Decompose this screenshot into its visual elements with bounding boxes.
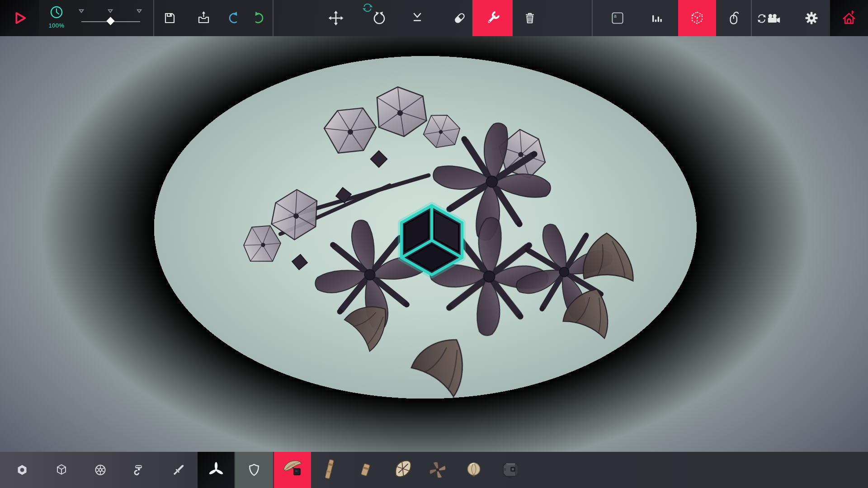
undo-button[interactable] (224, 8, 244, 28)
slider-tick (79, 7, 84, 15)
toolbar-divider (751, 0, 752, 36)
small-propeller-thumb (425, 457, 450, 483)
load-icon (195, 10, 212, 26)
snap-to-ground-button[interactable] (407, 8, 427, 28)
mouse-icon (725, 9, 742, 27)
delete-machine-button[interactable] (520, 8, 540, 28)
block-item-wing[interactable] (390, 457, 415, 483)
trash-icon (522, 10, 538, 26)
keymap-key-letter: a (614, 14, 617, 19)
speed-slider-handle[interactable] (106, 17, 114, 25)
wheel-icon (92, 462, 108, 478)
besiege-editor-screen: 100% (0, 0, 868, 488)
keymap-icon: a (609, 9, 626, 27)
statistics-button[interactable] (646, 8, 666, 28)
category-armour[interactable] (235, 452, 273, 488)
propeller-block-thumb (280, 457, 305, 483)
save-button[interactable] (160, 8, 179, 28)
move-icon (327, 9, 344, 27)
camera-mode-button[interactable] (756, 8, 785, 28)
clock-icon (47, 4, 66, 22)
nut-icon (14, 462, 30, 478)
load-button[interactable] (193, 8, 213, 28)
redo-button[interactable] (248, 8, 268, 28)
erase-tool-button[interactable] (450, 8, 470, 28)
balloon-thumb (461, 457, 486, 483)
shield-icon (245, 461, 263, 479)
redo-arrow-icon (250, 10, 266, 26)
top-toolbar: 100% (0, 0, 868, 36)
piston-icon (130, 462, 146, 478)
block-visibility-button-selected[interactable] (678, 0, 716, 36)
block-item-large-wing-panel[interactable] (316, 457, 342, 483)
translate-tool-button[interactable] (326, 8, 346, 28)
rotate-tool-button[interactable] (369, 8, 389, 28)
time-scale-value: 100% (43, 22, 70, 29)
propeller-icon (208, 461, 225, 479)
camera-block-thumb (498, 457, 523, 483)
category-weaponry[interactable] (169, 460, 189, 480)
machine-render (0, 36, 868, 452)
block-toolbar (0, 452, 868, 488)
starting-block[interactable] (401, 206, 462, 275)
category-mechanics[interactable] (128, 460, 148, 480)
undo-arrow-icon (226, 10, 242, 26)
adjust-tool-button-selected[interactable] (472, 0, 513, 36)
machine-viewport[interactable] (0, 36, 868, 452)
block-item-camera-block[interactable] (498, 457, 523, 483)
slider-tick (137, 7, 142, 15)
wrench-icon (484, 9, 501, 27)
toolbar-divider (273, 0, 274, 36)
mouse-settings-button[interactable] (724, 8, 744, 28)
play-icon (10, 9, 28, 27)
category-blocks[interactable] (52, 460, 71, 480)
stats-icon (648, 9, 665, 27)
toolbar-divider (153, 0, 154, 36)
block-item-propeller-selected[interactable] (274, 452, 311, 488)
category-locomotion[interactable] (90, 460, 110, 480)
rotate-icon (371, 9, 388, 27)
category-basics[interactable] (12, 460, 32, 480)
time-scale-button[interactable] (47, 3, 66, 23)
slider-tick (108, 7, 113, 15)
category-flight-selected[interactable] (198, 452, 234, 488)
align-ground-icon (409, 10, 425, 26)
block-item-balloon[interactable] (461, 457, 486, 483)
keymap-button[interactable]: a (608, 8, 627, 28)
view-cube-icon (688, 9, 706, 27)
long-blade-thumb (316, 457, 342, 483)
wing-thumb (390, 457, 415, 483)
settings-button[interactable] (802, 8, 821, 28)
cube-icon (53, 462, 70, 478)
play-button[interactable] (0, 0, 39, 36)
block-item-wing-panel[interactable] (353, 457, 378, 483)
home-icon (840, 9, 858, 27)
eraser-icon (452, 10, 468, 26)
sword-icon (170, 462, 187, 478)
block-item-small-propeller[interactable] (425, 457, 450, 483)
gear-icon (803, 10, 820, 26)
toolbar-divider (592, 0, 593, 36)
camera-cycle-icon (757, 9, 784, 27)
home-button[interactable] (830, 0, 868, 36)
small-panel-thumb (353, 457, 378, 483)
save-icon (161, 10, 178, 26)
